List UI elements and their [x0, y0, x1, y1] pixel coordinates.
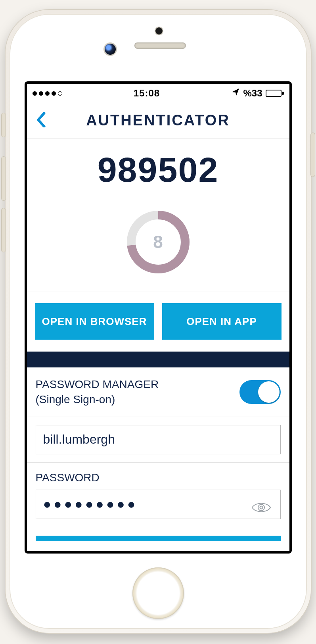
signal-strength	[33, 91, 62, 96]
status-bar: 15:08 %33	[27, 84, 289, 103]
pm-label-line1: PASSWORD MANAGER	[36, 378, 159, 390]
volume-down-button	[2, 208, 6, 252]
section-divider	[27, 352, 289, 367]
footer-strip	[36, 536, 281, 541]
battery-icon	[266, 90, 284, 97]
password-input[interactable]	[36, 490, 281, 519]
front-camera	[105, 44, 116, 55]
password-manager-header: PASSWORD MANAGER (Single Sign-on)	[27, 367, 289, 417]
countdown-seconds: 8	[124, 208, 192, 276]
clock: 15:08	[134, 88, 160, 99]
action-row: OPEN IN BROWSER OPEN IN APP	[27, 292, 289, 352]
reveal-password-button[interactable]	[249, 498, 274, 518]
earpiece-speaker	[134, 42, 186, 49]
open-in-app-button[interactable]: OPEN IN APP	[162, 303, 282, 340]
screen-bezel: 15:08 %33 AUTHENTICATOR	[25, 81, 292, 554]
eye-icon	[251, 501, 271, 514]
power-button	[311, 133, 315, 177]
username-input[interactable]	[36, 425, 281, 454]
username-row	[27, 417, 289, 463]
svg-point-3	[260, 506, 262, 509]
proximity-sensor	[155, 27, 163, 35]
phone-frame: 15:08 %33 AUTHENTICATOR	[6, 10, 311, 633]
home-button[interactable]	[132, 567, 184, 619]
totp-section: 989502 8	[27, 138, 289, 292]
back-button[interactable]	[36, 112, 47, 129]
password-manager-label: PASSWORD MANAGER (Single Sign-on)	[36, 377, 159, 407]
svg-point-2	[258, 504, 264, 511]
countdown-ring: 8	[124, 208, 192, 276]
nav-header: AUTHENTICATOR	[27, 103, 289, 138]
password-label: PASSWORD	[27, 463, 289, 490]
location-icon	[231, 88, 240, 99]
volume-up-button	[2, 157, 6, 200]
app-screen: 15:08 %33 AUTHENTICATOR	[27, 84, 289, 551]
page-title: AUTHENTICATOR	[86, 112, 230, 129]
pm-label-line2: (Single Sign-on)	[36, 393, 115, 406]
open-in-browser-button[interactable]: OPEN IN BROWSER	[35, 303, 154, 340]
password-manager-toggle[interactable]	[239, 380, 281, 404]
totp-code: 989502	[27, 150, 289, 190]
battery-percent: %33	[243, 88, 262, 99]
password-row	[27, 490, 289, 529]
mute-switch	[2, 113, 6, 137]
toggle-knob	[258, 381, 280, 403]
